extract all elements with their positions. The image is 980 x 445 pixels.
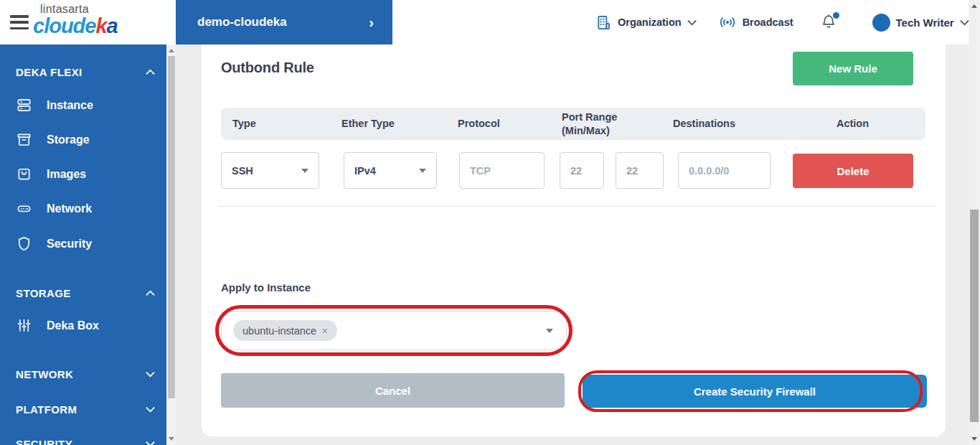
table-row: SSH IPv4 Delete — [221, 152, 925, 189]
security-firewall-form-card: Outbond Rule New Rule Type Ether Type Pr… — [202, 44, 946, 436]
topbar-right-cluster: Organization Broadcast — [595, 0, 969, 44]
user-name: Tech Writer — [896, 17, 954, 29]
new-rule-button[interactable]: New Rule — [793, 52, 913, 85]
column-header-type: Type — [221, 117, 330, 130]
destinations-input[interactable] — [678, 152, 771, 189]
apply-to-instance-field-wrap: ubuntu-instance × — [221, 311, 567, 350]
column-header-destinations: Destinations — [661, 117, 780, 130]
sidebar-group-platform[interactable]: PLATFORM — [16, 401, 155, 417]
port-min-input[interactable] — [560, 152, 604, 189]
column-header-action: Action — [780, 117, 925, 130]
project-selector-button[interactable]: demo-cloudeka › — [176, 0, 392, 44]
sidebar-scrollbar-thumb[interactable] — [168, 56, 175, 398]
chevron-right-icon: › — [369, 14, 374, 31]
organization-label: Organization — [618, 17, 682, 28]
hamburger-menu-icon[interactable] — [10, 15, 29, 29]
user-menu[interactable]: Tech Writer — [872, 14, 969, 32]
chip-remove-icon[interactable]: × — [321, 324, 328, 337]
sidebar-item-security[interactable]: Security — [16, 234, 155, 253]
ether-type-select[interactable]: IPv4 — [344, 152, 437, 189]
brand-logo: lintasarta cloudeka — [33, 4, 118, 37]
bag-icon — [16, 166, 32, 182]
notification-dot — [833, 12, 839, 19]
selected-instance-chip: ubuntu-instance × — [233, 320, 337, 341]
sliders-icon — [16, 317, 32, 334]
column-header-port-range: Port Range (Min/Max) — [550, 111, 661, 136]
logo-brand-text: cloudeka — [33, 16, 118, 37]
chevron-up-icon — [146, 290, 155, 296]
create-security-firewall-button[interactable]: Create Security Firewall — [583, 375, 927, 408]
rule-type-select[interactable]: SSH — [221, 152, 319, 189]
sidebar-item-storage[interactable]: Storage — [16, 130, 155, 149]
column-header-ether-type: Ether Type — [330, 117, 446, 130]
chevron-down-icon — [687, 19, 697, 26]
organization-menu[interactable]: Organization — [595, 14, 697, 31]
sidebar-group-network[interactable]: NETWORK — [16, 366, 155, 382]
chevron-down-icon — [960, 19, 969, 26]
sidebar-item-instance[interactable]: Instance — [16, 95, 155, 115]
chevron-down-icon — [301, 169, 308, 173]
chevron-down-icon — [146, 406, 155, 413]
scroll-up-arrow-icon[interactable] — [971, 4, 977, 8]
page-title: Outbond Rule — [221, 60, 314, 76]
scroll-down-arrow-icon[interactable] — [169, 437, 174, 441]
sidebar-group-security[interactable]: SECURITY — [16, 436, 155, 445]
shield-icon — [16, 235, 32, 252]
delete-rule-button[interactable]: Delete — [793, 154, 913, 188]
app-root: lintasarta cloudeka demo-cloudeka › — [0, 0, 980, 445]
logo-company-text: lintasarta — [40, 4, 118, 15]
submit-button-wrap: Create Security Firewall — [583, 375, 927, 408]
sidebar-item-deka-box[interactable]: Deka Box — [16, 316, 155, 335]
chevron-down-icon — [146, 371, 155, 378]
broadcast-menu[interactable]: Broadcast — [718, 14, 793, 30]
section-divider — [219, 206, 937, 207]
project-name: demo-cloudeka — [197, 15, 287, 29]
sidebar-group-deka-flexi[interactable]: DEKA FLEXI — [16, 64, 155, 80]
chip-label: ubuntu-instance — [242, 325, 316, 337]
port-max-input[interactable] — [616, 152, 664, 189]
user-avatar — [872, 14, 890, 32]
page-scrollbar-thumb[interactable] — [970, 210, 979, 422]
sidebar-item-network[interactable]: Network — [16, 199, 155, 218]
broadcast-icon — [718, 14, 737, 30]
chevron-up-icon — [146, 69, 155, 75]
scroll-up-arrow-icon[interactable] — [169, 49, 174, 52]
chevron-down-icon — [146, 441, 155, 445]
topbar: lintasarta cloudeka demo-cloudeka › — [0, 0, 980, 44]
sidebar-group-storage[interactable]: STORAGE — [16, 285, 155, 301]
server-icon — [16, 97, 32, 113]
scroll-down-arrow-icon[interactable] — [971, 437, 977, 441]
building-icon — [595, 14, 612, 31]
router-icon — [16, 200, 32, 217]
page-scrollbar[interactable] — [969, 0, 980, 445]
chevron-down-icon — [419, 169, 426, 173]
instance-multiselect[interactable]: ubuntu-instance × — [221, 311, 567, 350]
broadcast-label: Broadcast — [743, 17, 793, 28]
column-header-protocol: Protocol — [446, 117, 550, 130]
apply-to-instance-label: Apply to Instance — [221, 281, 311, 294]
sidebar: DEKA FLEXI Instance Storage — [0, 44, 166, 445]
cancel-button[interactable]: Cancel — [221, 373, 565, 408]
protocol-input[interactable] — [459, 152, 545, 189]
sidebar-item-images[interactable]: Images — [16, 164, 155, 184]
sidebar-scrollbar[interactable] — [166, 44, 176, 445]
rules-table-header: Type Ether Type Protocol Port Range (Min… — [221, 108, 925, 140]
archive-box-icon — [16, 131, 32, 148]
notifications-button[interactable] — [821, 13, 838, 32]
chevron-down-icon — [546, 329, 553, 333]
